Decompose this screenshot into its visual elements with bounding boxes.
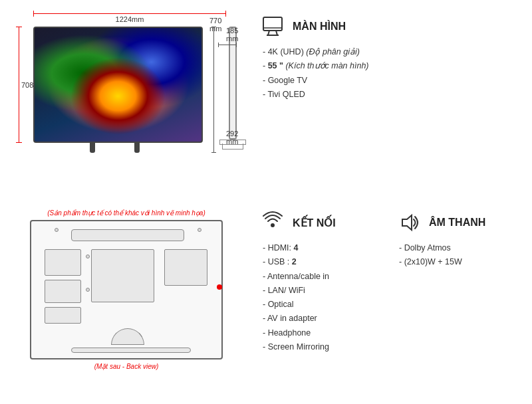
back-bottom-bar: [71, 348, 191, 353]
am-thanh-header: ÂM THANH: [396, 209, 485, 236]
ket-noi-title: KẾT NỐI: [293, 217, 336, 229]
main-container: 1224mm 708 mm 770mm: [0, 0, 532, 404]
dim-185-line: [218, 45, 237, 45]
stand-leg-right: [134, 143, 140, 153]
back-view-label: (Mặt sau - Back view): [13, 363, 239, 370]
svg-line-1: [268, 31, 269, 35]
dim-185-label: 185mm: [226, 27, 238, 43]
speaker-icon: [396, 209, 422, 236]
back-dot-mid-2: [86, 288, 90, 292]
wifi-icon: [259, 209, 286, 236]
back-view-container: (Sản phẩm thực tế có thể khác với hình v…: [13, 209, 239, 397]
back-middle-block: [91, 249, 154, 302]
back-speaker-bar: [71, 229, 184, 241]
dim-left-line: [19, 27, 19, 143]
am-thanh-title: ÂM THANH: [429, 217, 485, 229]
back-left-block-1: [45, 249, 81, 276]
stand-leg-left: [90, 143, 95, 153]
bottom-spec-row: KẾT NỐI - HDMI: 4 - USB : 2 - Antenna/ca…: [259, 209, 519, 364]
am-thanh-section: ÂM THANH - Dolby Atmos - (2x10)W + 15W: [396, 209, 485, 354]
man-hinh-title: MÀN HÌNH: [293, 21, 346, 33]
spec-item-google-tv: - Google TV: [263, 74, 519, 88]
svg-rect-0: [263, 17, 282, 31]
back-right-block: [164, 249, 207, 286]
back-dot-1: [55, 228, 59, 232]
top-section: 1224mm 708 mm 770mm: [0, 0, 532, 206]
spec-item-qled: - Tivi QLED: [263, 88, 519, 102]
tv-front-view: [33, 27, 203, 143]
ket-noi-header: KẾT NỐI: [259, 209, 376, 236]
dim-top-line: [33, 13, 226, 14]
man-hinh-section: MÀN HÌNH - 4K (UHD) (Độ phân giải) - 55 …: [259, 13, 519, 102]
dim-292-label: 292mm: [226, 130, 238, 146]
ket-noi-items: - HDMI: 4 - USB : 2 - Antenna/cable in -…: [259, 241, 376, 354]
spec-item-55: - 55 " (Kích thước màn hình): [263, 59, 519, 73]
ket-noi-hdmi: - HDMI: 4: [263, 241, 376, 255]
ket-noi-lan: - LAN/ WiFi: [263, 284, 376, 298]
tv-stand: [90, 143, 140, 153]
am-thanh-dolby: - Dolby Atmos: [399, 241, 485, 255]
ket-noi-antenna: - Antenna/cable in: [263, 270, 376, 284]
man-hinh-items: - 4K (UHD) (Độ phân giải) - 55 " (Kích t…: [259, 45, 519, 102]
am-thanh-items: - Dolby Atmos - (2x10)W + 15W: [396, 241, 485, 270]
disclaimer-text: (Sản phẩm thực tế có thể khác với hình v…: [13, 209, 239, 217]
back-view-box: [30, 220, 223, 359]
back-left-block-3: [45, 307, 81, 324]
svg-point-5: [271, 223, 275, 227]
ket-noi-screen-mirroring: - Screen Mirroring: [263, 340, 376, 354]
spec-item-4k: - 4K (UHD) (Độ phân giải): [263, 45, 519, 59]
top-dimension: 1224mm: [33, 13, 226, 23]
right-bottom-info: KẾT NỐI - HDMI: 4 - USB : 2 - Antenna/ca…: [239, 209, 519, 397]
ket-noi-optical: - Optical: [263, 298, 376, 312]
bottom-section: (Sản phẩm thực tế có thể khác với hình v…: [0, 206, 532, 404]
man-hinh-header: MÀN HÌNH: [259, 13, 519, 40]
dim-width-label: 1224mm: [116, 15, 144, 23]
ket-noi-usb: - USB : 2: [263, 255, 376, 269]
right-info-panel: MÀN HÌNH - 4K (UHD) (Độ phân giải) - 55 …: [239, 13, 519, 199]
back-semicircle: [111, 328, 144, 345]
ket-noi-headphone: - Headphone: [263, 326, 376, 340]
ket-noi-av: - AV in adapter: [263, 312, 376, 326]
am-thanh-power: - (2x10)W + 15W: [399, 255, 485, 269]
tv-screen: [35, 28, 201, 142]
monitor-icon: [259, 13, 286, 40]
back-dot-mid-1: [86, 254, 90, 258]
back-left-block-2: [45, 280, 81, 303]
back-dot-2: [198, 228, 201, 232]
ket-noi-section: KẾT NỐI - HDMI: 4 - USB : 2 - Antenna/ca…: [259, 209, 376, 354]
connection-red-dot: [217, 284, 222, 290]
tv-diagram: 1224mm 708 mm 770mm: [13, 13, 239, 199]
svg-line-2: [276, 31, 277, 35]
svg-marker-6: [402, 215, 412, 230]
